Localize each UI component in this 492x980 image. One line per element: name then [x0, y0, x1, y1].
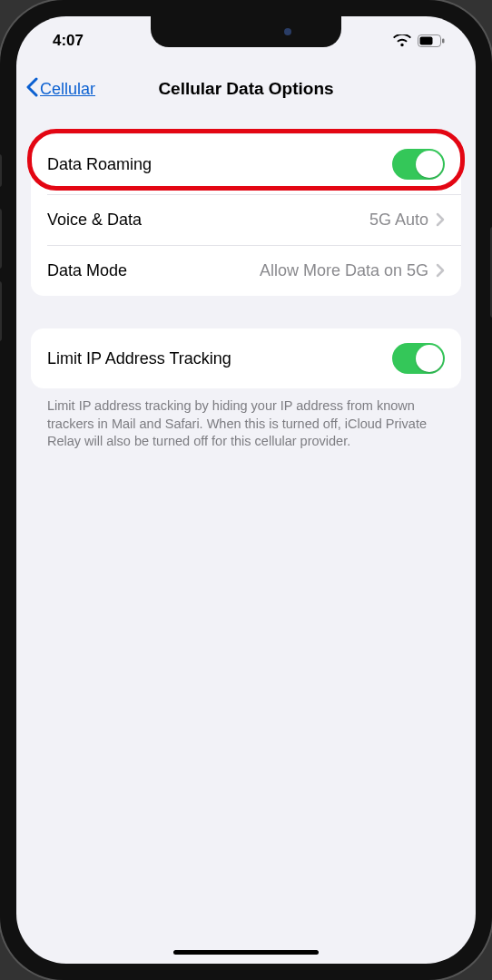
chevron-left-icon [25, 77, 38, 102]
svg-rect-2 [442, 39, 445, 44]
row-limit-ip[interactable]: Limit IP Address Tracking [31, 328, 461, 388]
row-label: Limit IP Address Tracking [47, 349, 392, 368]
row-value: Allow More Data on 5G [260, 261, 428, 280]
footer-note: Limit IP address tracking by hiding your… [31, 397, 461, 451]
back-button[interactable]: Cellular [25, 77, 95, 102]
settings-group-2: Limit IP Address Tracking [31, 328, 461, 388]
row-data-mode[interactable]: Data Mode Allow More Data on 5G [31, 245, 461, 296]
data-roaming-toggle[interactable] [392, 149, 445, 180]
chevron-right-icon [436, 263, 445, 278]
svg-rect-1 [420, 37, 433, 45]
home-indicator[interactable] [173, 950, 319, 955]
row-label: Voice & Data [47, 211, 369, 230]
battery-icon [418, 34, 445, 47]
back-label: Cellular [40, 80, 95, 99]
wifi-icon [393, 34, 411, 47]
limit-ip-toggle[interactable] [392, 343, 445, 374]
chevron-right-icon [436, 212, 445, 227]
row-label: Data Mode [47, 261, 260, 280]
row-label: Data Roaming [47, 155, 392, 174]
settings-group-1: Data Roaming Voice & Data 5G Auto Data M… [31, 134, 461, 296]
nav-bar: Cellular Cellular Data Options [16, 65, 476, 113]
row-data-roaming[interactable]: Data Roaming [31, 134, 461, 194]
status-icons [393, 34, 445, 47]
row-value: 5G Auto [369, 211, 428, 230]
content: Data Roaming Voice & Data 5G Auto Data M… [16, 113, 476, 964]
status-time: 4:07 [53, 32, 84, 50]
row-voice-data[interactable]: Voice & Data 5G Auto [31, 194, 461, 245]
